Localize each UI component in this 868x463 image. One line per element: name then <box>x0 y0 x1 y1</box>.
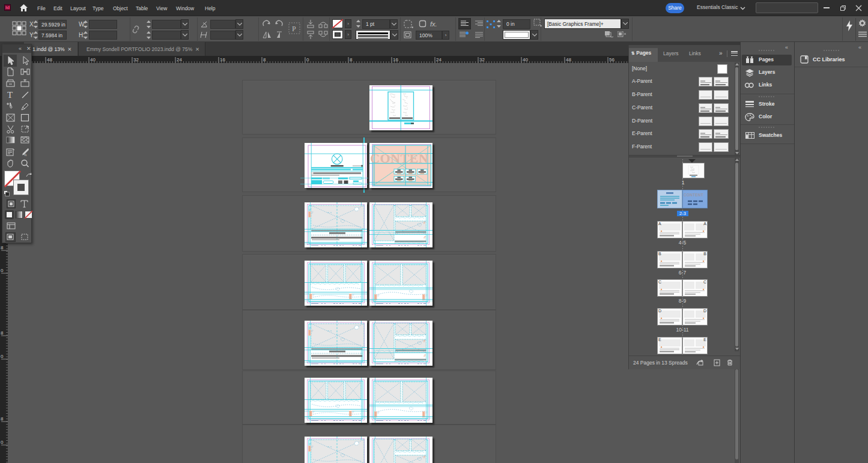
svg-text:56: 56 <box>609 57 615 62</box>
svg-text:24: 24 <box>177 57 182 62</box>
svg-text:40: 40 <box>90 57 96 62</box>
svg-text:8: 8 <box>1 416 4 422</box>
svg-text:16: 16 <box>393 57 398 62</box>
svg-text:24: 24 <box>436 57 442 62</box>
svg-text:0: 0 <box>1 354 4 359</box>
svg-text:48: 48 <box>566 57 571 62</box>
svg-text:%: % <box>24 153 27 157</box>
svg-text:40: 40 <box>523 57 528 62</box>
svg-text:0: 0 <box>1 440 4 445</box>
svg-text:0: 0 <box>1 268 4 273</box>
svg-text:8: 8 <box>1 330 4 336</box>
svg-text:P: P <box>292 25 296 33</box>
svg-text:32: 32 <box>479 57 485 62</box>
svg-text:48: 48 <box>47 57 52 62</box>
svg-text:16: 16 <box>220 57 225 62</box>
svg-text:8: 8 <box>1 245 4 250</box>
svg-text:32: 32 <box>133 57 139 62</box>
